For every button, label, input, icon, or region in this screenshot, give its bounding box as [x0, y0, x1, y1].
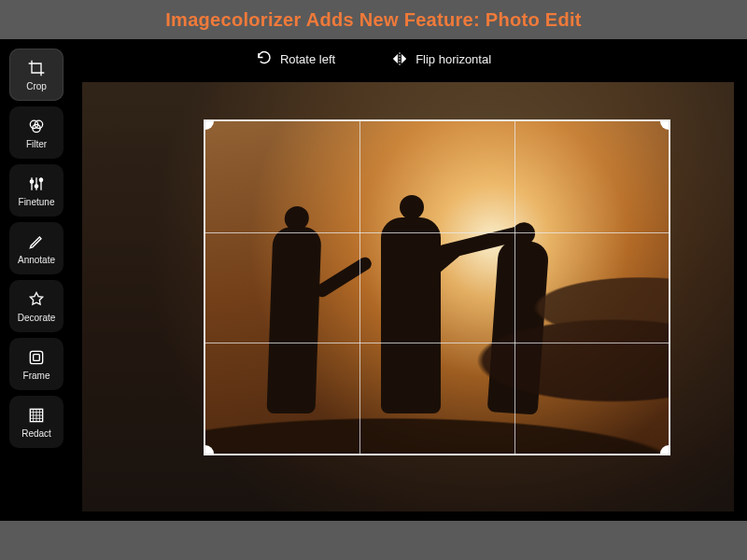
tool-sidebar: Crop Filter Finetune Annotate Decorate — [9, 49, 63, 448]
crop-photo — [205, 121, 669, 454]
flip-horizontal-label: Flip horizontal — [416, 52, 491, 66]
redact-icon — [27, 406, 46, 425]
tool-redact-label: Redact — [21, 428, 51, 439]
tool-finetune-label: Finetune — [19, 197, 55, 207]
svg-rect-7 — [34, 354, 40, 360]
crop-grid-line — [205, 232, 669, 233]
bottom-chrome-band — [0, 521, 747, 560]
finetune-icon — [27, 175, 46, 193]
tool-filter-label: Filter — [26, 139, 47, 149]
frame-icon — [27, 348, 46, 367]
photo-silhouettes — [205, 121, 669, 454]
tool-decorate-label: Decorate — [18, 313, 56, 323]
svg-rect-6 — [30, 351, 42, 363]
svg-point-3 — [30, 179, 33, 182]
rotate-left-button[interactable]: Rotate left — [256, 50, 335, 67]
tool-crop-label: Crop — [26, 81, 47, 91]
annotate-icon — [27, 232, 46, 251]
tool-frame[interactable]: Frame — [9, 338, 63, 390]
editor-window: Rotate left Flip horizontal Crop Filter — [0, 39, 747, 521]
svg-point-5 — [39, 178, 42, 181]
promo-banner: Imagecolorizer Adds New Feature: Photo E… — [0, 0, 747, 39]
tool-crop[interactable]: Crop — [9, 49, 63, 101]
tool-filter[interactable]: Filter — [9, 106, 63, 159]
rotate-left-label: Rotate left — [280, 52, 335, 66]
flip-horizontal-icon — [391, 50, 408, 67]
crop-grid-line — [514, 121, 515, 454]
crop-icon — [27, 59, 46, 77]
canvas-workspace[interactable] — [82, 82, 734, 511]
filter-icon — [27, 117, 46, 135]
rotate-left-icon — [256, 50, 273, 67]
promo-banner-text: Imagecolorizer Adds New Feature: Photo E… — [165, 9, 582, 31]
flip-horizontal-button[interactable]: Flip horizontal — [391, 50, 491, 67]
svg-point-4 — [35, 184, 37, 187]
crop-frame[interactable] — [204, 119, 670, 455]
tool-finetune[interactable]: Finetune — [9, 164, 63, 217]
tool-annotate[interactable]: Annotate — [9, 222, 63, 274]
tool-annotate-label: Annotate — [18, 255, 55, 265]
crop-grid-line — [205, 343, 669, 343]
tool-redact[interactable]: Redact — [9, 396, 63, 448]
tool-decorate[interactable]: Decorate — [9, 280, 63, 332]
crop-grid-line — [359, 121, 360, 454]
crop-actions-bar: Rotate left Flip horizontal — [0, 50, 747, 67]
tool-frame-label: Frame — [23, 371, 50, 381]
decorate-icon — [27, 290, 46, 309]
crop-handle-bottom-right[interactable] — [660, 445, 670, 455]
